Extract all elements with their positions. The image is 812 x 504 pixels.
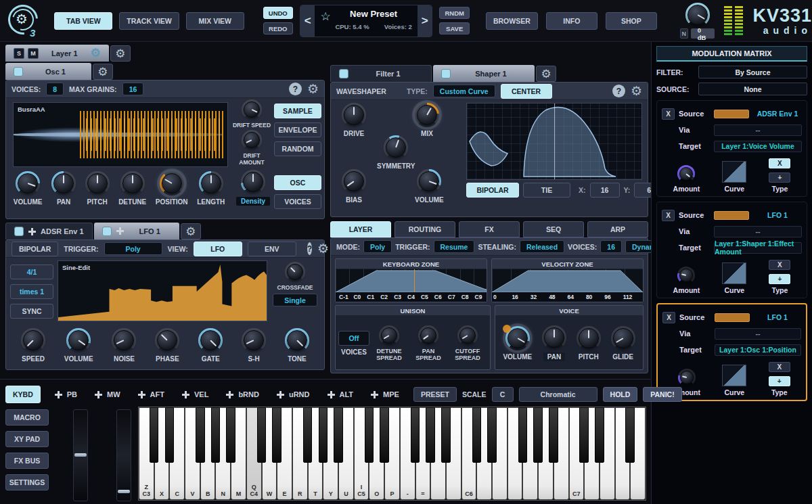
scale-select[interactable]: Chromatic	[519, 387, 597, 402]
lfo-gear-icon[interactable]: ⚙	[317, 242, 329, 255]
crossfade-mode-value[interactable]: Single	[273, 294, 317, 306]
master-db-readout[interactable]: 0 dB	[691, 28, 715, 39]
curve-icon[interactable]	[722, 161, 746, 183]
lfo-sh-knob[interactable]	[242, 328, 266, 352]
lfo1-settings-button[interactable]: ⚙	[181, 223, 201, 239]
lfo-bipolar-button[interactable]: BIPOLAR	[12, 242, 58, 256]
amount-knob[interactable]	[677, 267, 695, 284]
piano-black-key[interactable]	[211, 407, 221, 463]
undo-button[interactable]: UNDO	[263, 7, 293, 19]
sample-mode-button[interactable]: SAMPLE	[274, 104, 321, 118]
shaper-bipolar-button[interactable]: BIPOLAR	[466, 183, 519, 198]
lfo1-tab[interactable]: LFO 1	[94, 223, 179, 239]
piano-black-key[interactable]	[518, 407, 528, 463]
remove-slot-button[interactable]: X	[662, 312, 675, 323]
mod-source-alt[interactable]: ALT	[319, 390, 363, 398]
lfo-trigger-value[interactable]: Poly	[104, 242, 162, 255]
osc1-tab[interactable]: Osc 1	[5, 63, 91, 80]
fx-tab-button[interactable]: FX	[459, 221, 520, 237]
piano-black-key[interactable]	[272, 407, 281, 463]
stealing-value[interactable]: Released	[520, 240, 564, 253]
slot-source-value[interactable]: LFO 1	[753, 211, 802, 219]
grid-x-value[interactable]: 16	[590, 183, 620, 198]
shaper-gear-icon[interactable]: ⚙	[631, 85, 642, 97]
pitch-bend-wheel[interactable]	[73, 409, 88, 501]
mix-knob[interactable]	[415, 103, 439, 127]
type-plus-button[interactable]: +	[769, 274, 790, 284]
crossfade-knob[interactable]	[285, 262, 305, 282]
piano-black-key[interactable]	[595, 407, 604, 463]
mod-source-aft[interactable]: AFT	[129, 390, 173, 398]
curve-icon[interactable]	[722, 365, 746, 386]
piano-black-key[interactable]	[441, 407, 451, 463]
randomize-button[interactable]: RNDM	[439, 7, 470, 19]
macro-tab-button[interactable]: MACRO	[5, 409, 49, 426]
lfo-gate-knob[interactable]	[198, 328, 223, 352]
mod-source-mw[interactable]: MW	[86, 390, 129, 398]
lfo-volume-knob[interactable]	[66, 328, 91, 352]
bias-knob[interactable]	[342, 169, 366, 193]
adsr-env1-tab[interactable]: ADSR Env 1	[5, 223, 93, 239]
shaper1-tab[interactable]: Shaper 1	[433, 65, 535, 82]
center-button[interactable]: CENTER	[501, 84, 552, 99]
piano-black-key[interactable]	[334, 407, 343, 463]
mod-source-urnd[interactable]: uRND	[268, 390, 319, 398]
slot-via-value[interactable]: --	[715, 328, 801, 340]
piano-black-key[interactable]	[319, 407, 328, 463]
slot-via-value[interactable]: --	[714, 226, 802, 237]
kybd-tab-button[interactable]: KYBD	[5, 386, 41, 403]
slot-source-value[interactable]: ADSR Env 1	[753, 110, 802, 118]
settings-tab-button[interactable]: SETTINGS	[5, 474, 49, 490]
slot-source-value[interactable]: LFO 1	[754, 313, 801, 321]
layer-tab[interactable]: S M Layer 1 ⚙	[5, 45, 109, 62]
next-preset-button[interactable]: >	[418, 5, 432, 37]
osc-view-button[interactable]: OSC	[274, 175, 321, 190]
piano-black-key[interactable]	[196, 407, 205, 463]
mute-button[interactable]: M	[28, 48, 39, 59]
osc-volume-knob[interactable]	[16, 171, 40, 196]
mod-source-vel[interactable]: VEL	[173, 390, 217, 398]
normalize-toggle[interactable]: N	[680, 28, 688, 39]
routing-tab-button[interactable]: ROUTING	[394, 221, 455, 237]
drive-knob[interactable]	[342, 103, 366, 127]
layer-tab-button[interactable]: LAYER	[330, 221, 391, 237]
layer-voices-value[interactable]: 16	[600, 240, 622, 253]
piano-black-key[interactable]	[365, 407, 374, 463]
browser-button[interactable]: BROWSER	[486, 12, 538, 30]
max-grains-value[interactable]: 16	[122, 83, 144, 95]
remove-slot-button[interactable]: X	[662, 108, 675, 120]
layer-gear-icon[interactable]: ⚙	[91, 47, 101, 59]
redo-button[interactable]: REDO	[263, 22, 293, 35]
help-icon[interactable]: ?	[612, 85, 625, 97]
mod-wheel[interactable]	[116, 409, 131, 501]
source-color-swatch[interactable]	[715, 313, 750, 322]
trigger-value[interactable]: Resume	[434, 240, 475, 253]
unison-voices-value[interactable]: Off	[338, 331, 369, 346]
save-button[interactable]: SAVE	[439, 22, 470, 35]
piano-black-key[interactable]	[625, 407, 635, 463]
slot-target-value[interactable]: Layer 1:Shaper 1:Effect Amount	[714, 242, 802, 254]
piano-black-key[interactable]	[165, 407, 175, 463]
type-x-button[interactable]: X	[769, 158, 790, 168]
random-mode-button[interactable]: RANDOM	[274, 141, 321, 156]
piano-black-key[interactable]	[411, 407, 420, 463]
shop-button[interactable]: SHOP	[606, 12, 657, 30]
seq-tab-button[interactable]: SEQ	[523, 221, 584, 237]
amount-knob[interactable]	[678, 369, 696, 386]
piano-black-key[interactable]	[487, 407, 497, 463]
amount-knob[interactable]	[677, 165, 695, 183]
track-view-button[interactable]: TRACK VIEW	[119, 12, 179, 30]
osc-pan-knob[interactable]	[51, 171, 76, 196]
mode-value[interactable]: Poly	[363, 240, 392, 253]
piano-black-key[interactable]	[257, 407, 267, 463]
mod-source-pb[interactable]: PB	[46, 390, 86, 398]
env-view-button[interactable]: ENV	[248, 242, 296, 256]
remove-slot-button[interactable]: X	[662, 210, 675, 221]
lfo-phase-knob[interactable]	[155, 328, 179, 352]
waveshaper-curve-display[interactable]	[466, 103, 642, 180]
drift-amount-knob[interactable]	[242, 130, 262, 150]
voice-glide-knob[interactable]	[611, 326, 635, 350]
type-x-button[interactable]: X	[769, 260, 790, 270]
osc1-enable-checkbox[interactable]	[14, 67, 23, 76]
slot-via-value[interactable]: --	[714, 124, 802, 136]
